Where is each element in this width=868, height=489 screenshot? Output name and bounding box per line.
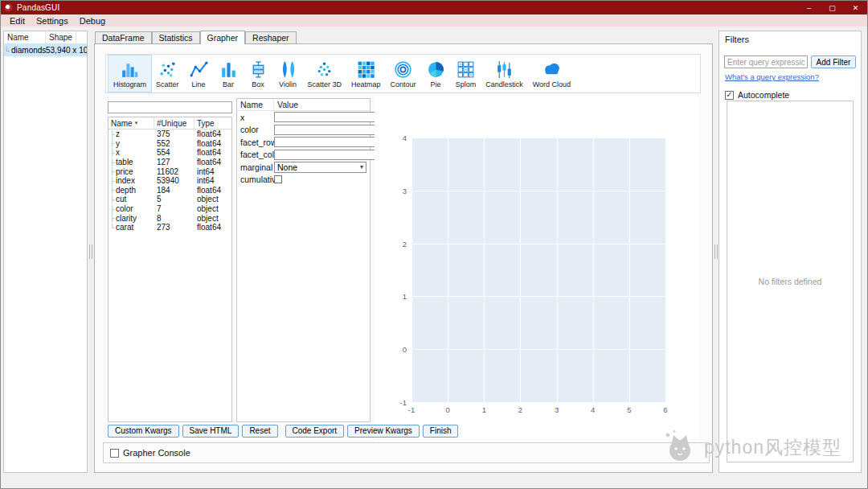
gridline-vertical: [629, 138, 630, 402]
autocomplete-row: ✓ Autocomplete: [725, 90, 861, 100]
filters-empty-text: No filters defined: [759, 277, 822, 286]
plot-type-bar[interactable]: Bar: [214, 55, 244, 92]
plot-type-histogram[interactable]: Histogram: [108, 55, 151, 92]
column-tree-row[interactable]: ├ price 11602 int64: [108, 166, 231, 176]
arg-row-marginal: marginal None ▾: [237, 161, 370, 174]
tree-branch-icon: ├: [108, 139, 116, 147]
plot-type-contour[interactable]: Contour: [386, 55, 421, 92]
column-tree-row[interactable]: ├ clarity 8 object: [108, 213, 231, 223]
x-tick-label: 5: [627, 405, 631, 414]
tree-header-unique[interactable]: #Unique: [154, 117, 194, 129]
nav-item-diamonds[interactable]: └ diamonds 53,940 x 10: [4, 44, 87, 56]
menu-edit[interactable]: Edit: [4, 16, 31, 26]
column-dtype: object: [194, 214, 231, 223]
arg-row-facet-row: facet_row: [237, 136, 370, 149]
tree-header-type[interactable]: Type: [194, 117, 231, 129]
column-tree-row[interactable]: └ carat 273 float64: [108, 223, 231, 232]
arg-input-facet-row[interactable]: [274, 137, 385, 147]
column-tree-row[interactable]: ├ z 375 float64: [108, 129, 231, 139]
grapher-console-checkbox[interactable]: [110, 449, 119, 458]
tree-branch-icon: └: [4, 47, 11, 55]
plot-type-box[interactable]: Box: [244, 55, 273, 92]
tree-branch-icon: ├: [108, 149, 116, 157]
nav-header-shape[interactable]: Shape: [46, 31, 76, 43]
bar-icon: [219, 60, 239, 80]
autocomplete-checkbox[interactable]: ✓: [725, 91, 734, 100]
tree-header-name[interactable]: Name▾: [108, 117, 154, 129]
dataframe-shape: 53,940 x 10: [46, 46, 87, 55]
preview-kwargs-button[interactable]: Preview Kwargs: [347, 425, 420, 438]
column-unique-count: 7: [154, 204, 194, 213]
column-tree-row[interactable]: ├ depth 184 float64: [108, 186, 231, 195]
right-splitter[interactable]: [713, 31, 719, 473]
menu-debug[interactable]: Debug: [74, 16, 111, 26]
column-name: clarity: [116, 214, 154, 223]
gridline-horizontal: [411, 138, 665, 138]
plot-type-pie[interactable]: Pie: [421, 55, 451, 92]
arg-input-color[interactable]: [274, 125, 385, 135]
candlestick-icon: [494, 60, 514, 80]
gridline-horizontal: [411, 296, 665, 297]
reset-button[interactable]: Reset: [242, 425, 277, 438]
column-dtype: object: [194, 195, 231, 203]
column-search-input[interactable]: [108, 101, 232, 113]
grapher-buttons: Custom Kwargs Save HTML Reset Code Expor…: [108, 424, 458, 438]
column-name: price: [116, 167, 154, 176]
column-tree-row[interactable]: ├ x 554 float64: [108, 148, 231, 158]
column-tree-row[interactable]: ├ index 53940 int64: [108, 176, 231, 186]
column-unique-count: 8: [154, 214, 194, 223]
plot-type-line[interactable]: Line: [184, 55, 214, 92]
column-tree-row[interactable]: ├ table 127 float64: [108, 158, 231, 167]
close-button[interactable]: ✕: [844, 1, 867, 14]
splom-icon: [456, 60, 476, 80]
box-icon: [248, 60, 268, 80]
tab-dataframe[interactable]: DataFrame: [95, 31, 152, 44]
contour-icon: [393, 60, 413, 80]
finish-button[interactable]: Finish: [423, 425, 459, 438]
query-expression-input[interactable]: [724, 55, 808, 68]
plot-type-wordcloud[interactable]: Word Cloud: [528, 55, 575, 92]
plot-type-splom[interactable]: Splom: [451, 55, 481, 92]
column-name: cut: [116, 195, 154, 203]
query-help-link[interactable]: What's a query expression?: [725, 72, 819, 81]
code-export-button[interactable]: Code Export: [285, 425, 345, 438]
arg-row-color: color: [237, 124, 370, 137]
plot-type-heatmap[interactable]: Heatmap: [346, 55, 386, 92]
plot-type-candlestick[interactable]: Candlestick: [481, 55, 528, 92]
plot-type-violin[interactable]: Violin: [273, 55, 303, 92]
tree-branch-icon: ├: [108, 130, 116, 138]
gridline-horizontal: [411, 402, 665, 403]
x-tick-label: 4: [591, 405, 595, 414]
tree-branch-icon: ├: [108, 177, 116, 185]
arg-row-x: x: [237, 111, 370, 124]
column-tree-row[interactable]: ├ cut 5 object: [108, 195, 231, 204]
maximize-button[interactable]: ▢: [821, 1, 844, 14]
pie-icon: [426, 60, 446, 80]
menu-settings[interactable]: Settings: [31, 16, 74, 26]
tree-branch-icon: └: [108, 224, 116, 232]
columns-tree-header: Name▾ #Unique Type: [108, 117, 231, 129]
marginal-dropdown[interactable]: None ▾: [274, 162, 366, 173]
column-unique-count: 127: [154, 158, 194, 166]
left-splitter[interactable]: [88, 31, 93, 473]
save-html-button[interactable]: Save HTML: [182, 425, 240, 438]
column-tree-row[interactable]: ├ y 552 float64: [108, 139, 231, 149]
tab-grapher[interactable]: Grapher: [200, 31, 246, 44]
cumulative-checkbox[interactable]: [274, 175, 282, 183]
gridline-vertical: [448, 138, 448, 402]
plot-type-toolbar: Histogram Scatter Line Bar Box: [105, 54, 701, 93]
gridline-vertical: [484, 138, 485, 402]
minimize-icon: –: [807, 4, 811, 12]
tab-reshaper[interactable]: Reshaper: [245, 31, 297, 44]
plot-type-scatter3d[interactable]: Scatter 3D: [303, 55, 347, 92]
minimize-button[interactable]: –: [797, 1, 821, 14]
plot-type-scatter[interactable]: Scatter: [151, 55, 184, 92]
arg-input-facet-col[interactable]: [274, 150, 385, 160]
add-filter-button[interactable]: Add Filter: [811, 55, 856, 68]
nav-header-name[interactable]: Name: [4, 31, 46, 43]
custom-kwargs-button[interactable]: Custom Kwargs: [108, 425, 179, 438]
tab-statistics[interactable]: Statistics: [152, 31, 200, 44]
arg-input-x[interactable]: [274, 112, 385, 122]
column-tree-row[interactable]: ├ color 7 object: [108, 204, 231, 214]
arg-label-color: color: [237, 125, 274, 134]
